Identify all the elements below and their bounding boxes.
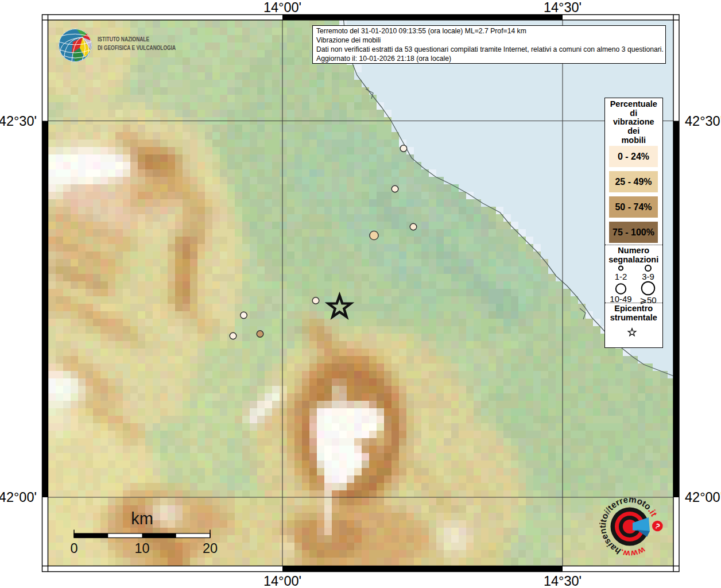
svg-text:14°00': 14°00' bbox=[263, 574, 301, 588]
svg-text:42°30': 42°30' bbox=[685, 114, 721, 129]
svg-text:42°00': 42°00' bbox=[685, 490, 721, 505]
svg-text:42°00': 42°00' bbox=[0, 490, 37, 505]
svg-text:20: 20 bbox=[203, 541, 218, 556]
svg-text:14°00': 14°00' bbox=[263, 0, 301, 15]
svg-text:42°30': 42°30' bbox=[0, 114, 37, 129]
svg-text:14°30': 14°30' bbox=[544, 0, 582, 15]
svg-text:1-2: 1-2 bbox=[615, 272, 627, 281]
svg-text:14°30': 14°30' bbox=[544, 574, 582, 588]
svg-text:0: 0 bbox=[70, 541, 77, 556]
svg-text:3-9: 3-9 bbox=[642, 272, 654, 281]
svg-text:10: 10 bbox=[134, 541, 149, 556]
svg-text:km: km bbox=[131, 509, 153, 528]
